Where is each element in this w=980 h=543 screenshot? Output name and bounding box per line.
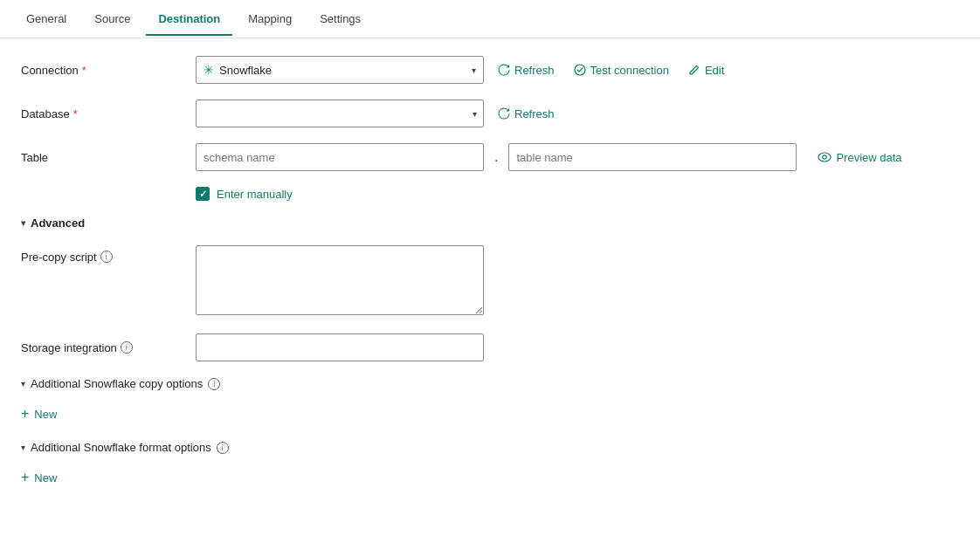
copy-options-chevron-icon: ▾ <box>21 379 25 388</box>
tab-source[interactable]: Source <box>82 3 142 36</box>
advanced-toggle[interactable]: ▾ Advanced <box>21 217 940 230</box>
connection-label: Connection * <box>21 64 196 77</box>
enter-manually-checkbox[interactable] <box>196 187 210 201</box>
snowflake-copy-options-toggle[interactable]: ▾ Additional Snowflake copy options i <box>21 377 940 390</box>
advanced-chevron-icon: ▾ <box>21 218 25 228</box>
copy-options-info-icon: i <box>208 378 220 390</box>
copy-options-new-container: + New <box>21 402 940 441</box>
table-name-input[interactable] <box>508 143 797 171</box>
schema-name-input[interactable] <box>196 143 484 171</box>
preview-icon <box>818 152 832 162</box>
connection-row: Connection * ✳ Snowflake ▾ Refresh Test <box>21 56 940 84</box>
format-options-info-icon: i <box>217 442 229 454</box>
connection-refresh-button[interactable]: Refresh <box>493 60 560 80</box>
tab-mapping[interactable]: Mapping <box>236 3 304 36</box>
format-options-plus-icon: + <box>21 470 29 485</box>
database-select-wrapper: ▾ <box>196 100 484 127</box>
database-refresh-button[interactable]: Refresh <box>493 104 560 124</box>
pre-copy-controls <box>196 245 484 318</box>
connection-controls: ✳ Snowflake ▾ Refresh Test connection <box>196 56 729 84</box>
database-row: Database * ▾ Refresh <box>21 100 940 127</box>
tabs-bar: General Source Destination Mapping Setti… <box>0 0 980 38</box>
connection-chevron-icon: ▾ <box>472 65 476 75</box>
tab-general[interactable]: General <box>14 3 79 36</box>
enter-manually-row: Enter manually <box>196 187 940 201</box>
storage-integration-label: Storage integration i <box>21 341 196 354</box>
svg-point-1 <box>818 153 831 162</box>
table-row: Table . Preview data <box>21 143 940 171</box>
database-controls: ▾ Refresh <box>196 100 560 127</box>
pre-copy-row: Pre-copy script i <box>21 245 940 318</box>
table-controls: . Preview data <box>196 143 908 171</box>
tab-settings[interactable]: Settings <box>307 3 373 36</box>
connection-required: * <box>82 64 86 77</box>
copy-options-new-button[interactable]: + New <box>21 402 57 425</box>
copy-options-plus-icon: + <box>21 406 29 422</box>
test-connection-button[interactable]: Test connection <box>569 60 674 80</box>
storage-integration-info-icon: i <box>121 341 133 354</box>
refresh-icon <box>498 64 510 76</box>
preview-data-button[interactable]: Preview data <box>812 148 907 168</box>
connection-dropdown[interactable]: ✳ Snowflake ▾ <box>196 56 484 84</box>
format-options-new-button[interactable]: + New <box>21 466 57 489</box>
enter-manually-label[interactable]: Enter manually <box>217 188 293 201</box>
format-options-new-container: + New <box>21 466 940 505</box>
snowflake-icon: ✳ <box>204 63 214 77</box>
pre-copy-info-icon: i <box>100 251 113 263</box>
edit-icon <box>688 64 700 76</box>
table-label: Table <box>21 151 196 164</box>
table-dot-separator: . <box>494 149 498 165</box>
database-required: * <box>73 107 78 120</box>
svg-point-2 <box>823 155 826 159</box>
snowflake-format-options-toggle[interactable]: ▾ Additional Snowflake format options i <box>21 441 940 454</box>
edit-button[interactable]: Edit <box>683 60 729 80</box>
storage-integration-row: Storage integration i <box>21 333 940 361</box>
database-label: Database * <box>21 107 196 120</box>
pre-copy-label: Pre-copy script i <box>21 245 196 264</box>
destination-content: Connection * ✳ Snowflake ▾ Refresh Test <box>0 38 961 522</box>
pre-copy-textarea[interactable] <box>196 245 484 315</box>
format-options-chevron-icon: ▾ <box>21 443 25 452</box>
storage-integration-input[interactable] <box>196 333 484 361</box>
database-dropdown[interactable] <box>196 100 484 127</box>
svg-point-0 <box>575 65 585 75</box>
database-refresh-icon <box>498 107 510 120</box>
tab-destination[interactable]: Destination <box>146 3 232 36</box>
test-connection-icon <box>574 64 586 76</box>
